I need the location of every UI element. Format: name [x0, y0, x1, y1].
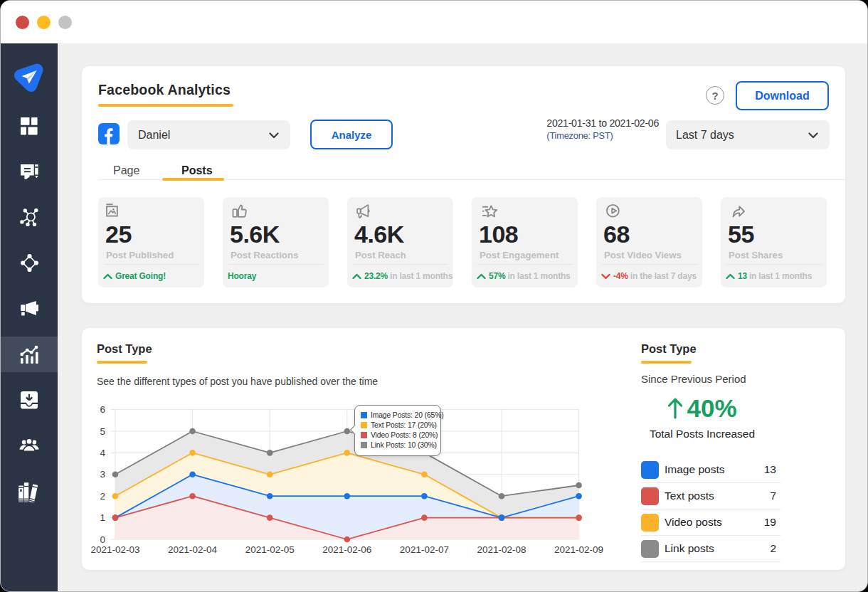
download-button[interactable]: Download [736, 81, 829, 110]
tooltip-swatch [361, 422, 367, 428]
megaphone-icon [355, 203, 371, 222]
x-tick-label: 2021-02-06 [322, 544, 371, 555]
sidebar-item-team[interactable] [1, 427, 58, 462]
point-image-posts[interactable] [344, 493, 351, 500]
point-text-posts[interactable] [344, 450, 351, 456]
metric-value: 5.6K [230, 221, 280, 248]
point-image-posts[interactable] [421, 493, 428, 500]
tooltip-label: Image Posts: 20 (65%) [371, 411, 444, 419]
page-title: Facebook Analytics [98, 82, 231, 98]
metric-highlight: Great Going! [115, 271, 166, 281]
metric-status-rest: in the last 7 days [630, 271, 697, 281]
account-select[interactable]: Daniel [127, 120, 290, 149]
tab-page[interactable]: Page [113, 164, 139, 177]
analytics-icon [20, 345, 38, 364]
legend-value: 19 [764, 516, 776, 529]
metric-highlight: -4% [613, 271, 628, 281]
legend-swatch [641, 461, 659, 479]
sidebar-item-dashboard[interactable] [1, 108, 58, 144]
sidebar-item-inbox[interactable] [1, 382, 58, 418]
legend-row-image-posts: Image posts 13 [641, 461, 776, 487]
point-image-posts[interactable] [267, 493, 273, 500]
metric-label: Post Shares [729, 250, 783, 260]
point-text-posts[interactable] [421, 472, 428, 478]
metric-status: Great Going! [103, 271, 166, 281]
active-tab-underline [162, 178, 224, 181]
chevron-down-icon [269, 132, 279, 139]
summary-delta: 40% [641, 394, 763, 423]
point-link-posts[interactable] [576, 482, 582, 489]
metric-highlight: Hooray [228, 271, 256, 281]
tooltip-swatch [361, 432, 367, 438]
x-tick-label: 2021-02-09 [554, 544, 603, 555]
chart-subtitle: See the different types of post you have… [97, 376, 378, 387]
point-image-posts[interactable] [576, 493, 582, 500]
legend-label: Link posts [665, 542, 714, 555]
legend-value: 7 [770, 490, 776, 502]
tooltip-row: Video Posts: 8 (20%) [361, 430, 436, 440]
legend-swatch [641, 487, 659, 505]
point-link-posts[interactable] [499, 493, 505, 500]
period-select[interactable]: Last 7 days [666, 120, 830, 149]
socialpilot-logo [14, 61, 45, 92]
point-video-posts[interactable] [344, 536, 351, 543]
tooltip-row: Link Posts: 10 (30%) [361, 440, 436, 450]
date-range-block: 2021-01-31 to 2021-02-06 (Timezone: PST) [546, 117, 659, 141]
point-link-posts[interactable] [189, 428, 196, 435]
point-text-posts[interactable] [189, 450, 196, 456]
metric-status-rest: in last 1 months [749, 271, 812, 281]
metric-status: 57%in last 1 months [477, 271, 571, 281]
minimize-button[interactable] [37, 16, 51, 29]
play-icon [604, 203, 620, 221]
point-text-posts[interactable] [112, 493, 119, 500]
point-video-posts[interactable] [421, 514, 428, 521]
point-link-posts[interactable] [267, 450, 273, 456]
inbox-icon [21, 391, 38, 409]
metric-highlight: 57% [489, 271, 505, 281]
sidebar-item-socialpilot-logo[interactable] [1, 59, 58, 95]
metric-highlight: 13 [738, 271, 747, 281]
point-text-posts[interactable] [267, 472, 273, 478]
app-window: Facebook Analytics ? Download Daniel Ana… [0, 0, 868, 592]
tab-posts[interactable]: Posts [181, 164, 213, 177]
point-image-posts[interactable] [189, 472, 196, 478]
sidebar-item-analytics[interactable] [1, 337, 58, 372]
metric-value: 25 [105, 221, 132, 248]
analyze-button[interactable]: Analyze [310, 120, 393, 149]
maximize-button[interactable] [58, 16, 72, 29]
chevron-down-icon [808, 132, 818, 139]
point-video-posts[interactable] [112, 514, 119, 521]
close-button[interactable] [16, 16, 29, 29]
help-icon[interactable]: ? [706, 86, 724, 105]
metric-divider [353, 264, 448, 265]
team-icon [18, 434, 40, 455]
metric-card-post-video-views: 68 Post Video Views -4%in the last 7 day… [596, 197, 702, 287]
thumbs-up-icon [231, 203, 248, 221]
point-link-posts[interactable] [344, 428, 351, 435]
summary-panel: Post Type Since Previous Period 40% Tota… [641, 328, 855, 570]
point-video-posts[interactable] [267, 514, 273, 521]
sidebar-item-connect[interactable] [1, 199, 58, 235]
metric-value: 55 [728, 221, 754, 248]
legend-value: 13 [764, 463, 776, 476]
groups-icon [21, 254, 38, 272]
metric-divider [104, 264, 199, 265]
chart-title-underline [97, 361, 147, 364]
connect-icon [20, 208, 38, 226]
sidebar-item-groups[interactable] [1, 245, 58, 280]
metric-value: 68 [603, 221, 630, 248]
trend-up-icon [352, 273, 361, 280]
point-link-posts[interactable] [112, 472, 119, 478]
point-video-posts[interactable] [576, 514, 582, 521]
chart-tooltip: Image Posts: 20 (65%)Text Posts: 17 (20%… [354, 405, 441, 456]
metric-highlight: 23.2% [364, 271, 388, 281]
point-image-posts[interactable] [499, 514, 505, 521]
sidebar-item-library[interactable] [1, 473, 58, 509]
tooltip-swatch [361, 442, 367, 448]
sidebar-item-posts[interactable] [1, 154, 58, 189]
library-icon [18, 480, 41, 502]
legend-divider [641, 561, 780, 562]
date-range: 2021-01-31 to 2021-02-06 [546, 117, 659, 129]
sidebar-item-promote[interactable] [1, 290, 58, 326]
point-video-posts[interactable] [189, 493, 196, 500]
